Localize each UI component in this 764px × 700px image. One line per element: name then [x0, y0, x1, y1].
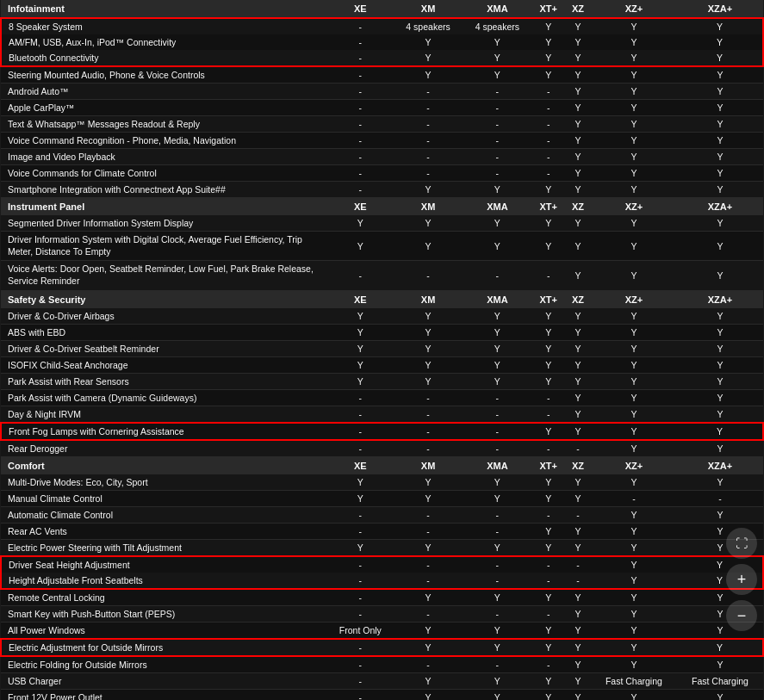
- feature-value-cell: Y: [394, 324, 463, 340]
- table-row: Electric Adjustment for Outside Mirrors-…: [1, 639, 763, 656]
- feature-value-cell: -: [565, 556, 591, 573]
- feature-value-cell: Y: [591, 605, 677, 622]
- feature-value-cell: Y: [565, 34, 591, 50]
- feature-value-cell: Y: [463, 66, 531, 84]
- feature-value-cell: Y: [591, 423, 677, 440]
- column-header: XT+: [532, 456, 566, 474]
- feature-value-cell: Y: [565, 672, 591, 689]
- zoom-out-button[interactable]: −: [726, 600, 757, 631]
- column-header: XZA+: [677, 290, 763, 308]
- column-header: XM: [394, 0, 463, 18]
- feature-value-cell: Y: [677, 116, 763, 133]
- table-row: Android Auto™----YYY: [1, 84, 763, 100]
- feature-name-cell: Multi-Drive Modes: Eco, City, Sport: [1, 474, 327, 491]
- feature-value-cell: Y: [591, 308, 677, 325]
- feature-value-cell: Y: [532, 689, 566, 700]
- zoom-controls: ⛶ + −: [726, 528, 757, 631]
- feature-value-cell: -: [463, 573, 531, 589]
- feature-value-cell: Y: [677, 440, 763, 457]
- feature-value-cell: -: [327, 182, 394, 198]
- feature-value-cell: Y: [591, 506, 677, 523]
- feature-value-cell: -: [463, 506, 531, 523]
- feature-name-cell: Android Auto™: [1, 84, 327, 100]
- feature-value-cell: Y: [591, 523, 677, 539]
- feature-value-cell: Y: [591, 474, 677, 491]
- feature-value-cell: Y: [565, 539, 591, 556]
- feature-value-cell: -: [532, 261, 566, 290]
- feature-value-cell: Y: [677, 656, 763, 673]
- expand-button[interactable]: ⛶: [726, 528, 757, 559]
- feature-value-cell: -: [463, 149, 531, 165]
- feature-value-cell: Y: [565, 18, 591, 34]
- column-header: XT+: [532, 198, 566, 216]
- feature-value-cell: Y: [532, 423, 566, 440]
- table-row: Electric Power Steering with Tilt Adjust…: [1, 539, 763, 556]
- feature-value-cell: Y: [463, 340, 531, 356]
- column-header: XMA: [463, 0, 531, 18]
- feature-value-cell: Y: [565, 423, 591, 440]
- feature-value-cell: Y: [565, 215, 591, 232]
- feature-value-cell: Y: [327, 340, 394, 356]
- feature-value-cell: Y: [591, 182, 677, 198]
- feature-value-cell: -: [327, 133, 394, 149]
- feature-value-cell: Y: [532, 215, 566, 232]
- feature-value-cell: Y: [394, 232, 463, 261]
- feature-value-cell: -: [532, 100, 566, 116]
- feature-value-cell: -: [463, 389, 531, 406]
- feature-value-cell: Y: [565, 149, 591, 165]
- table-row: Driver Seat Height Adjustment-----YY: [1, 556, 763, 573]
- feature-value-cell: Y: [565, 356, 591, 373]
- section-name: Comfort: [1, 456, 327, 474]
- table-row: 8 Speaker System-4 speakers4 speakersYYY…: [1, 18, 763, 34]
- feature-value-cell: Y: [591, 261, 677, 290]
- feature-value-cell: Y: [463, 232, 531, 261]
- feature-value-cell: Y: [565, 523, 591, 539]
- column-header: XM: [394, 290, 463, 308]
- feature-value-cell: Y: [591, 389, 677, 406]
- feature-value-cell: -: [532, 656, 566, 673]
- feature-value-cell: Y: [463, 50, 531, 66]
- feature-value-cell: -: [394, 656, 463, 673]
- feature-value-cell: Y: [591, 215, 677, 232]
- column-header: XT+: [532, 290, 566, 308]
- feature-value-cell: Y: [463, 490, 531, 506]
- feature-value-cell: Y: [327, 308, 394, 325]
- feature-value-cell: Y: [565, 116, 591, 133]
- feature-value-cell: Y: [532, 589, 566, 606]
- feature-value-cell: -: [532, 406, 566, 423]
- column-header: XMA: [463, 198, 531, 216]
- feature-name-cell: Electric Adjustment for Outside Mirrors: [1, 639, 327, 656]
- feature-value-cell: -: [394, 423, 463, 440]
- section-name: Instrument Panel: [1, 198, 327, 216]
- feature-name-cell: Driver Information System with Digital C…: [1, 232, 327, 261]
- feature-value-cell: -: [327, 66, 394, 84]
- feature-value-cell: Y: [463, 308, 531, 325]
- column-header: XZA+: [677, 456, 763, 474]
- feature-value-cell: -: [327, 165, 394, 182]
- feature-value-cell: -: [463, 406, 531, 423]
- feature-value-cell: Y: [565, 389, 591, 406]
- feature-value-cell: Y: [565, 182, 591, 198]
- feature-value-cell: Y: [394, 340, 463, 356]
- feature-value-cell: Y: [677, 215, 763, 232]
- feature-name-cell: Segmented Driver Information System Disp…: [1, 215, 327, 232]
- feature-value-cell: Y: [463, 589, 531, 606]
- feature-value-cell: -: [327, 406, 394, 423]
- feature-value-cell: -: [532, 116, 566, 133]
- table-row: ISOFIX Child-Seat AnchorageYYYYYYY: [1, 356, 763, 373]
- feature-value-cell: Y: [591, 689, 677, 700]
- feature-name-cell: Automatic Climate Control: [1, 506, 327, 523]
- feature-value-cell: Y: [327, 356, 394, 373]
- feature-value-cell: Y: [463, 622, 531, 639]
- feature-value-cell: Y: [591, 50, 677, 66]
- table-row: Front Fog Lamps with Cornering Assistanc…: [1, 423, 763, 440]
- column-header: XZ+: [591, 198, 677, 216]
- table-row: ABS with EBDYYYYYYY: [1, 324, 763, 340]
- feature-value-cell: Y: [565, 589, 591, 606]
- zoom-in-button[interactable]: +: [726, 564, 757, 595]
- feature-name-cell: Driver & Co-Driver Airbags: [1, 308, 327, 325]
- feature-value-cell: -: [463, 523, 531, 539]
- feature-value-cell: -: [532, 149, 566, 165]
- feature-name-cell: Driver & Co-Driver Seatbelt Reminder: [1, 340, 327, 356]
- feature-name-cell: Smart Key with Push-Button Start (PEPS): [1, 605, 327, 622]
